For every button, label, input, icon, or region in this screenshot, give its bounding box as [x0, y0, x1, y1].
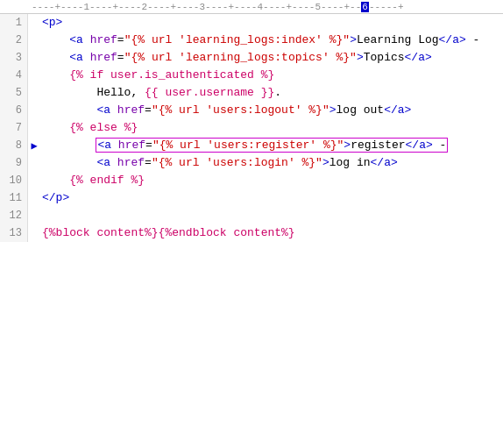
line-arrow-10 — [28, 172, 40, 189]
line-content-12 — [40, 207, 503, 224]
line-arrow-8: ▶ — [28, 137, 40, 154]
line-6: 6 <a href="{% url 'users:logout' %}">log… — [0, 102, 503, 119]
line-number-9: 9 — [0, 154, 28, 172]
line-arrow-13 — [28, 224, 40, 242]
line-number-8: 8 — [0, 137, 28, 154]
line-8: 8▶ <a href="{% url 'users:register' %}">… — [0, 137, 503, 154]
line-content-5: Hello, {{ user.username }}. — [40, 84, 503, 102]
line-content-9: <a href="{% url 'users:login' %}">log in… — [40, 154, 503, 172]
line-13: 13{%block content%}{%endblock content%} — [0, 224, 503, 242]
line-number-4: 4 — [0, 67, 28, 84]
line-2: 2 <a href="{% url 'learning_logs:index' … — [0, 32, 503, 49]
line-arrow-4 — [28, 67, 40, 84]
line-content-11: </p> — [40, 189, 503, 207]
line-number-7: 7 — [0, 119, 28, 137]
line-3: 3 <a href="{% url 'learning_logs:topics'… — [0, 49, 503, 67]
line-number-12: 12 — [0, 207, 28, 224]
line-number-5: 5 — [0, 84, 28, 102]
line-number-1: 1 — [0, 14, 28, 32]
line-number-6: 6 — [0, 102, 28, 119]
line-content-4: {% if user.is_authenticated %} — [40, 67, 503, 84]
line-number-11: 11 — [0, 189, 28, 207]
line-7: 7 {% else %} — [0, 119, 503, 137]
line-number-2: 2 — [0, 32, 28, 49]
line-12: 12 — [0, 207, 503, 224]
line-content-7: {% else %} — [40, 119, 503, 137]
line-content-1: <p> — [40, 14, 503, 32]
line-arrow-11 — [28, 189, 40, 207]
line-arrow-9 — [28, 154, 40, 172]
line-content-10: {% endif %} — [40, 172, 503, 189]
line-number-3: 3 — [0, 49, 28, 67]
line-arrow-3 — [28, 49, 40, 67]
line-10: 10 {% endif %} — [0, 172, 503, 189]
line-content-2: <a href="{% url 'learning_logs:index' %}… — [40, 32, 503, 49]
line-arrow-6 — [28, 102, 40, 119]
line-content-6: <a href="{% url 'users:logout' %}">log o… — [40, 102, 503, 119]
line-content-8: <a href="{% url 'users:register' %}">reg… — [40, 137, 503, 154]
line-content-3: <a href="{% url 'learning_logs:topics' %… — [40, 49, 503, 67]
line-4: 4 {% if user.is_authenticated %} — [0, 67, 503, 84]
ruler: ----+----1----+----2----+----3----+----4… — [0, 0, 503, 14]
line-number-13: 13 — [0, 224, 28, 242]
line-arrow-7 — [28, 119, 40, 137]
line-arrow-5 — [28, 84, 40, 102]
editor: 1<p>2 <a href="{% url 'learning_logs:ind… — [0, 14, 503, 242]
line-arrow-12 — [28, 207, 40, 224]
line-arrow-2 — [28, 32, 40, 49]
line-number-10: 10 — [0, 172, 28, 189]
line-5: 5 Hello, {{ user.username }}. — [0, 84, 503, 102]
line-arrow-1 — [28, 14, 40, 32]
line-1: 1<p> — [0, 14, 503, 32]
line-content-13: {%block content%}{%endblock content%} — [40, 224, 503, 242]
line-11: 11</p> — [0, 189, 503, 207]
line-9: 9 <a href="{% url 'users:login' %}">log … — [0, 154, 503, 172]
